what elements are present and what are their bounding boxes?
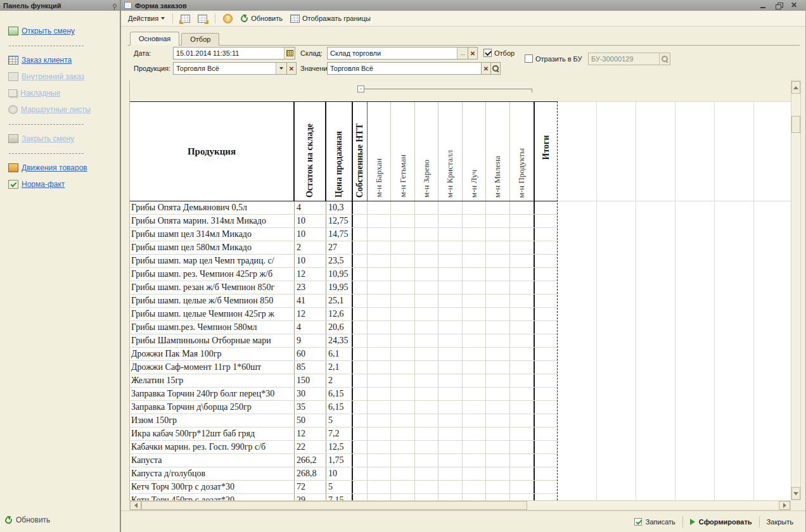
sidebar-item-goods-movement[interactable]: Движения товаров	[0, 160, 120, 176]
cell-store[interactable]	[486, 308, 509, 320]
cell-store[interactable]	[368, 388, 391, 400]
cell-totals[interactable]	[534, 255, 558, 267]
cell-stock[interactable]: 10	[295, 255, 326, 267]
column-header-price[interactable]: Цена продажная	[326, 102, 353, 201]
cell-store[interactable]	[391, 201, 414, 214]
tab-main[interactable]: Основная	[130, 32, 179, 46]
cell-store[interactable]	[415, 481, 438, 493]
cell-own-ntt[interactable]	[353, 348, 368, 360]
cell-store[interactable]	[368, 215, 391, 227]
column-header-store[interactable]: м-н Продукты	[510, 102, 534, 201]
cell-product[interactable]: Икра кабач 500гр*12шт баб гряд	[130, 428, 295, 440]
scroll-right-button[interactable]	[779, 501, 790, 510]
cell-own-ntt[interactable]	[353, 361, 368, 374]
cell-own-ntt[interactable]	[353, 441, 368, 453]
scroll-down-button[interactable]	[791, 487, 800, 500]
cell-store[interactable]	[510, 281, 534, 294]
cell-store[interactable]	[510, 255, 534, 267]
cell-product[interactable]: Желатин 15гр	[130, 374, 295, 387]
cell-store[interactable]	[486, 467, 509, 480]
cell-store[interactable]	[438, 414, 462, 427]
horizontal-scroll-thumb[interactable]	[141, 501, 527, 510]
production-dropdown-button[interactable]	[276, 63, 286, 74]
cell-store[interactable]	[391, 321, 414, 334]
horizontal-scrollbar[interactable]	[129, 500, 791, 510]
cell-store[interactable]	[415, 388, 438, 400]
cell-store[interactable]	[438, 348, 462, 360]
cell-store[interactable]	[463, 321, 486, 334]
cell-store[interactable]	[391, 441, 414, 453]
cell-store[interactable]	[438, 428, 462, 440]
cell-store[interactable]	[510, 294, 534, 307]
cell-store[interactable]	[486, 374, 509, 387]
cell-store[interactable]	[463, 268, 486, 281]
cell-own-ntt[interactable]	[353, 374, 368, 387]
cell-totals[interactable]	[534, 348, 558, 360]
cell-product[interactable]: Дрожжи Саф-момент 11гр 1*60шт	[130, 361, 295, 374]
cell-price[interactable]: 7,2	[326, 428, 353, 440]
cell-stock[interactable]: 4	[295, 201, 326, 214]
cell-store[interactable]	[510, 361, 534, 374]
column-header-store[interactable]: м-н Зарево	[415, 102, 438, 201]
cell-store[interactable]	[463, 401, 486, 414]
cell-store[interactable]	[438, 201, 462, 214]
cell-store[interactable]	[415, 428, 438, 440]
cell-store[interactable]	[368, 494, 391, 500]
cell-store[interactable]	[438, 441, 462, 453]
cell-own-ntt[interactable]	[353, 467, 368, 480]
cell-store[interactable]	[463, 241, 486, 254]
pin-icon[interactable]	[113, 4, 117, 8]
cell-store[interactable]	[463, 388, 486, 400]
cell-store[interactable]	[368, 454, 391, 467]
cell-store[interactable]	[438, 308, 462, 320]
generate-button[interactable]: Сформировать	[683, 515, 759, 529]
cell-product[interactable]: Грибы шамп. целые Чемпион 425гр ж	[130, 308, 295, 320]
cell-totals[interactable]	[534, 361, 558, 374]
cell-store[interactable]	[438, 454, 462, 467]
column-header-own-ntt[interactable]: Собственные НТТ	[353, 102, 368, 201]
cell-product[interactable]: Заправка Торчин д\борща 250гр	[130, 401, 295, 414]
cell-store[interactable]	[486, 241, 509, 254]
cell-product[interactable]: Грибы шамп. целые ж/б Чемпион 850	[130, 294, 295, 307]
cell-store[interactable]	[463, 428, 486, 440]
cell-stock[interactable]: 10	[295, 215, 326, 227]
values-clear-button[interactable]: ✕	[481, 62, 491, 75]
cell-store[interactable]	[415, 281, 438, 294]
cell-store[interactable]	[368, 441, 391, 453]
column-header-store[interactable]: м-н Бархан	[368, 102, 391, 201]
cell-store[interactable]	[415, 321, 438, 334]
cell-store[interactable]	[415, 215, 438, 227]
cell-product[interactable]: Грибы Опята марин. 314мл Микадо	[130, 215, 295, 227]
cell-store[interactable]	[486, 348, 509, 360]
column-header-totals[interactable]: Итоги	[534, 102, 558, 201]
cell-store[interactable]	[463, 308, 486, 320]
column-header-store[interactable]: м-н Гетьман	[391, 102, 414, 201]
cell-store[interactable]	[510, 374, 534, 387]
cell-stock[interactable]: 150	[295, 374, 326, 387]
cell-store[interactable]	[486, 281, 509, 294]
cell-store[interactable]	[463, 494, 486, 500]
cell-product[interactable]: Капуста д/голубцов	[130, 467, 295, 480]
cell-store[interactable]	[438, 374, 462, 387]
cell-store[interactable]	[368, 401, 391, 414]
cell-store[interactable]	[463, 334, 486, 347]
cell-store[interactable]	[463, 441, 486, 453]
cell-totals[interactable]	[534, 281, 558, 294]
cell-own-ntt[interactable]	[353, 454, 368, 467]
cell-stock[interactable]: 4	[295, 321, 326, 334]
cell-own-ntt[interactable]	[353, 255, 368, 267]
cell-product[interactable]: Капуста	[130, 454, 295, 467]
cell-store[interactable]	[486, 388, 509, 400]
cell-own-ntt[interactable]	[353, 228, 368, 241]
cell-own-ntt[interactable]	[353, 321, 368, 334]
close-button[interactable]: ✕	[791, 3, 797, 8]
cell-own-ntt[interactable]	[353, 401, 368, 414]
column-header-store[interactable]: м-н Милена	[486, 102, 509, 201]
cell-store[interactable]	[486, 441, 509, 453]
cell-store[interactable]	[510, 308, 534, 320]
cell-product[interactable]: Грибы Шампиньоны Отборные мари	[130, 334, 295, 347]
cell-store[interactable]	[486, 481, 509, 493]
cell-store[interactable]	[486, 268, 509, 281]
cell-store[interactable]	[415, 494, 438, 500]
cell-store[interactable]	[438, 321, 462, 334]
